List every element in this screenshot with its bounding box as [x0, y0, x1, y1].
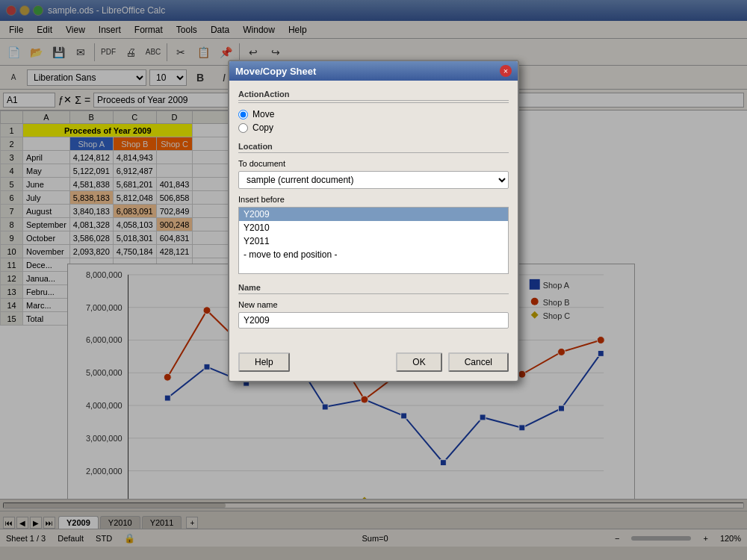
modal-overlay: Move/Copy Sheet × ActionAction Move Copy	[0, 0, 747, 560]
to-document-label: To document	[238, 159, 509, 168]
name-section: Name New name	[238, 283, 509, 329]
modal-title-bar: Move/Copy Sheet ×	[229, 61, 518, 81]
modal-buttons: Help OK Cancel	[229, 346, 518, 381]
insert-item-y2011[interactable]: Y2011	[239, 234, 508, 248]
move-radio-label[interactable]: Move	[238, 109, 509, 119]
insert-item-y2009[interactable]: Y2009	[239, 208, 508, 221]
move-label: Move	[252, 109, 274, 119]
copy-radio-label[interactable]: Copy	[238, 122, 509, 133]
ok-cancel-group: OK Cancel	[396, 352, 509, 372]
insert-item-end[interactable]: - move to end position -	[239, 248, 508, 261]
move-radio[interactable]	[238, 110, 248, 119]
insert-before-list[interactable]: Y2009 Y2010 Y2011 - move to end position…	[238, 207, 509, 274]
modal-title: Move/Copy Sheet	[235, 66, 316, 77]
new-name-input[interactable]	[238, 312, 509, 329]
ok-button[interactable]: OK	[396, 352, 441, 372]
copy-radio[interactable]	[238, 123, 248, 133]
insert-before-label: Insert before	[238, 195, 509, 204]
action-radio-group: Move Copy	[238, 109, 509, 133]
modal-body: ActionAction Move Copy Location To docum…	[229, 81, 518, 346]
name-section-label: Name	[238, 283, 509, 294]
insert-item-y2010[interactable]: Y2010	[239, 221, 508, 234]
help-button[interactable]: Help	[238, 352, 290, 372]
location-section-label: Location	[238, 142, 509, 153]
modal-close-btn[interactable]: ×	[500, 65, 512, 77]
move-copy-dialog: Move/Copy Sheet × ActionAction Move Copy	[228, 60, 519, 382]
new-name-label: New name	[238, 300, 509, 309]
copy-label: Copy	[252, 122, 273, 133]
action-section-label: ActionAction	[238, 90, 509, 103]
cancel-button[interactable]: Cancel	[448, 352, 509, 372]
location-section: Location To document sample (current doc…	[238, 142, 509, 274]
to-document-select[interactable]: sample (current document)	[238, 171, 509, 189]
